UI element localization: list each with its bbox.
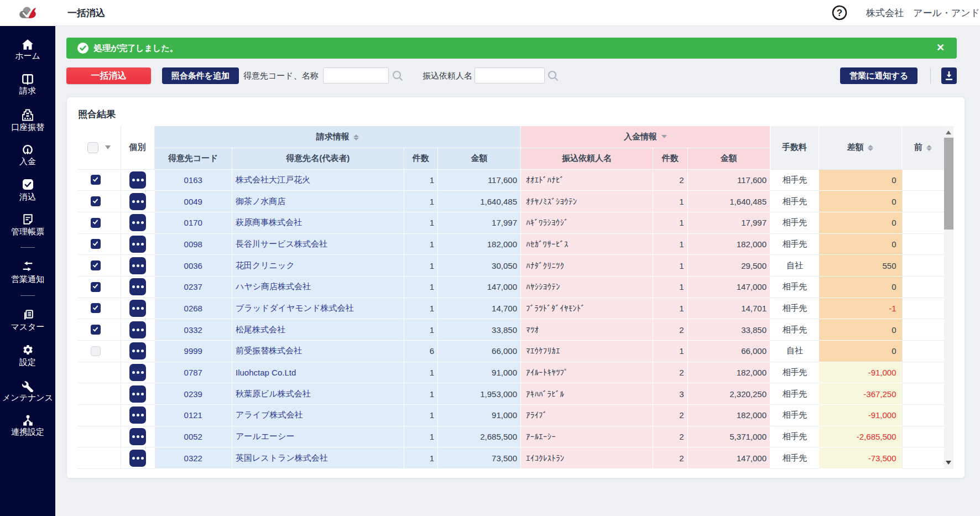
- svg-text:?: ?: [837, 8, 842, 18]
